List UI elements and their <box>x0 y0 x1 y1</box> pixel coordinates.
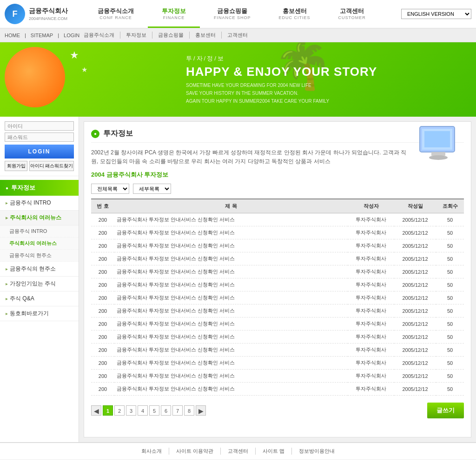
sidebar-item-news[interactable]: 주식회사의 여러뉴스 <box>0 211 79 225</box>
sidebar-group-news: 주식회사의 여러뉴스 금융주식 INTRO 주식회사의 여러뉴스 금융주식의 현… <box>0 211 79 262</box>
page-5[interactable]: 5 <box>149 405 159 416</box>
footer-body: F 금융주식회사 COPYRIGHT ⓒ 금융주식회사 ALL RIGHT RE… <box>0 460 476 463</box>
language-dropdown[interactable]: ENGLISH VERSION <box>401 9 471 19</box>
sidebar-item-qa[interactable]: 주식 Q&A <box>0 291 79 306</box>
cell-title[interactable]: 금융주식회사 투자정보 안내서비스 신청확인 서비스 <box>114 291 348 304</box>
page-7[interactable]: 7 <box>172 405 183 416</box>
table-row[interactable]: 200 금융주식회사 투자정보 안내서비스 신청확인 서비스 투자주식회사 20… <box>91 239 464 252</box>
page-3[interactable]: 3 <box>126 405 136 416</box>
table-row[interactable]: 200 금융주식회사 투자정보 안내서비스 신청확인 서비스 투자주식회사 20… <box>91 265 464 278</box>
footer-privacy[interactable]: 정보방이용안내 <box>292 448 342 455</box>
table-row[interactable]: 200 금융주식회사 투자정보 안내서비스 신청확인 서비스 투자주식회사 20… <box>91 226 464 239</box>
footer-company[interactable]: 회사소개 <box>134 448 169 455</box>
register-button[interactable]: 회원가입 <box>5 161 27 171</box>
sub-nav-invest[interactable]: 투자정보 <box>120 32 152 39</box>
table-row[interactable]: 200 금융주식회사 투자정보 안내서비스 신청확인 서비스 투자주식회사 20… <box>91 331 464 344</box>
cell-number: 200 <box>91 278 114 291</box>
logo-title: 금융주식회사 <box>29 7 68 15</box>
sub-nav-shop[interactable]: 금융쇼핑몰 <box>152 32 190 39</box>
nav-company[interactable]: 금융주식소개 CONF RANCE <box>84 0 148 28</box>
table-row[interactable]: 200 금융주식회사 투자정보 안내서비스 신청확인 서비스 투자주식회사 20… <box>91 317 464 331</box>
banner-title: HAPPY & ENJOY YOUR STORY <box>186 65 377 79</box>
cell-title[interactable]: 금융주식회사 투자정보 안내서비스 신청확인 서비스 <box>114 278 348 291</box>
sidebar-sub-location[interactable]: 금융주식의 현주소 <box>0 250 79 262</box>
nav-customer[interactable]: 고객센터 CUSTOMER <box>324 0 380 28</box>
page-8[interactable]: 8 <box>184 405 194 416</box>
banner-text: 투/자/정/보 HAPPY & ENJOY YOUR STORY SOMETIM… <box>186 54 377 105</box>
cell-views: 50 <box>436 226 464 239</box>
sidebar-subnav: 금융주식 INTRO 주식회사의 여러뉴스 금융주식의 현주소 <box>0 225 79 262</box>
sub-nav-pr[interactable]: 홍보센터 <box>190 32 222 39</box>
login-button[interactable]: LOGIN <box>5 145 74 159</box>
filter-category[interactable]: 전체목록 <box>91 184 129 194</box>
table-row[interactable]: 200 금융주식회사 투자정보 안내서비스 신청확인 서비스 투자주식회사 20… <box>91 344 464 357</box>
footer-sitemap[interactable]: 사이트 맵 <box>256 448 292 455</box>
write-button[interactable]: 글쓰기 <box>427 403 464 418</box>
main-layout: LOGIN 회원가입 아이디 패스워드찾기 투자정보 금융주식 INTRO 주식… <box>0 117 476 442</box>
footer-terms[interactable]: 사이트 이용약관 <box>169 448 221 455</box>
cell-title[interactable]: 금융주식회사 투자정보 안내서비스 신청확인 서비스 <box>114 317 348 331</box>
sub-nav-login[interactable]: LOGIN <box>64 33 79 38</box>
cell-date: 2005/12/12 <box>394 304 436 317</box>
sub-nav-sitemap[interactable]: SITEMAP <box>31 33 53 38</box>
sub-nav-company[interactable]: 금융주식소개 <box>84 32 120 39</box>
id-input[interactable] <box>5 121 74 131</box>
sidebar-item-location[interactable]: 금융주식의 현주소 <box>0 262 79 277</box>
nav-pr[interactable]: 홍보센터 EDUC CITIES <box>265 0 324 28</box>
sub-nav-customer[interactable]: 고객센터 <box>222 32 253 39</box>
page-2[interactable]: 2 <box>114 405 125 416</box>
col-date: 작성일 <box>394 199 436 213</box>
col-title: 제 목 <box>114 199 348 213</box>
sidebar-sub-news[interactable]: 주식회사의 여러뉴스 <box>0 238 79 250</box>
cell-title[interactable]: 금융주식회사 투자정보 안내서비스 신청확인 서비스 <box>114 344 348 357</box>
col-number: 번 호 <box>91 199 114 213</box>
cell-views: 50 <box>436 291 464 304</box>
find-account-button[interactable]: 아이디 패스워드찾기 <box>29 161 74 171</box>
cell-title[interactable]: 금융주식회사 투자정보 안내서비스 신청확인 서비스 <box>114 304 348 317</box>
table-row[interactable]: 200 금융주식회사 투자정보 안내서비스 신청확인 서비스 투자주식회사 20… <box>91 291 464 304</box>
sidebar-sub-intro[interactable]: 금융주식 INTRO <box>0 225 79 238</box>
sidebar-group-link: 동호회바로가기 <box>0 306 79 321</box>
table-row[interactable]: 200 금융주식회사 투자정보 안내서비스 신청확인 서비스 투자주식회사 20… <box>91 213 464 226</box>
sidebar-item-link[interactable]: 동호회바로가기 <box>0 306 79 321</box>
cell-title[interactable]: 금융주식회사 투자정보 안내서비스 신청확인 서비스 <box>114 226 348 239</box>
content-title-text: 투자정보 <box>103 129 133 139</box>
sub-nav-home[interactable]: HOME <box>5 33 20 38</box>
cell-title[interactable]: 금융주식회사 투자정보 안내서비스 신청확인 서비스 <box>114 265 348 278</box>
sub-nav-left: HOME | SITEMAP | LOGIN <box>5 33 84 38</box>
table-row[interactable]: 200 금융주식회사 투자정보 안내서비스 신청확인 서비스 투자주식회사 20… <box>91 278 464 291</box>
next-page-button[interactable]: ▶ <box>196 405 206 416</box>
table-row[interactable]: 200 금융주식회사 투자정보 안내서비스 신청확인 서비스 투자주식회사 20… <box>91 357 464 370</box>
cell-title[interactable]: 금융주식회사 투자정보 안내서비스 신청확인 서비스 <box>114 383 348 396</box>
page-6[interactable]: 6 <box>161 405 171 416</box>
cell-title[interactable]: 금융주식회사 투자정보 안내서비스 신청확인 서비스 <box>114 252 348 265</box>
filter-subcategory[interactable]: 세부목록 <box>133 184 171 194</box>
cell-title[interactable]: 금융주식회사 투자정보 안내서비스 신청확인 서비스 <box>114 357 348 370</box>
cell-title[interactable]: 금융주식회사 투자정보 안내서비스 신청확인 서비스 <box>114 213 348 226</box>
logo-subtitle: 2004FINANCE.COM <box>29 16 67 21</box>
nav-invest[interactable]: 투자정보 FINANCE <box>148 0 200 28</box>
cell-title[interactable]: 금융주식회사 투자정보 안내서비스 신청확인 서비스 <box>114 370 348 383</box>
cell-number: 200 <box>91 239 114 252</box>
footer: 회사소개 사이트 이용약관 고객센터 사이트 맵 정보방이용안내 F 금융주식회… <box>0 442 476 463</box>
cell-title[interactable]: 금융주식회사 투자정보 안내서비스 신청확인 서비스 <box>114 239 348 252</box>
page-1[interactable]: 1 <box>103 405 113 416</box>
password-input[interactable] <box>5 132 74 142</box>
prev-page-button[interactable]: ◀ <box>91 405 101 416</box>
sidebar-item-intro[interactable]: 금융주식 INTRO <box>0 196 79 211</box>
sidebar-item-popular[interactable]: 가장인기있는 주식 <box>0 277 79 291</box>
table-row[interactable]: 200 금융주식회사 투자정보 안내서비스 신청확인 서비스 투자주식회사 20… <box>91 304 464 317</box>
content-desc-link[interactable]: 2004 금융주식회사 투자정보 <box>91 171 464 179</box>
language-selector[interactable]: ENGLISH VERSION <box>401 9 471 19</box>
cell-title[interactable]: 금융주식회사 투자정보 안내서비스 신청확인 서비스 <box>114 331 348 344</box>
table-row[interactable]: 200 금융주식회사 투자정보 안내서비스 신청확인 서비스 투자주식회사 20… <box>91 383 464 396</box>
table-row[interactable]: 200 금융주식회사 투자정보 안내서비스 신청확인 서비스 투자주식회사 20… <box>91 370 464 383</box>
footer-customer[interactable]: 고객센터 <box>221 448 256 455</box>
cell-date: 2005/12/12 <box>394 239 436 252</box>
cell-number: 200 <box>91 383 114 396</box>
page-4[interactable]: 4 <box>138 405 148 416</box>
data-table: 번 호 제 목 작성자 작성일 조회수 200 금융주식회사 투자정보 안내서비… <box>91 198 464 396</box>
table-row[interactable]: 200 금융주식회사 투자정보 안내서비스 신청확인 서비스 투자주식회사 20… <box>91 252 464 265</box>
nav-shop[interactable]: 금융쇼핑몰 FINANCE SHOP <box>200 0 265 28</box>
cell-author: 투자주식회사 <box>348 213 394 226</box>
